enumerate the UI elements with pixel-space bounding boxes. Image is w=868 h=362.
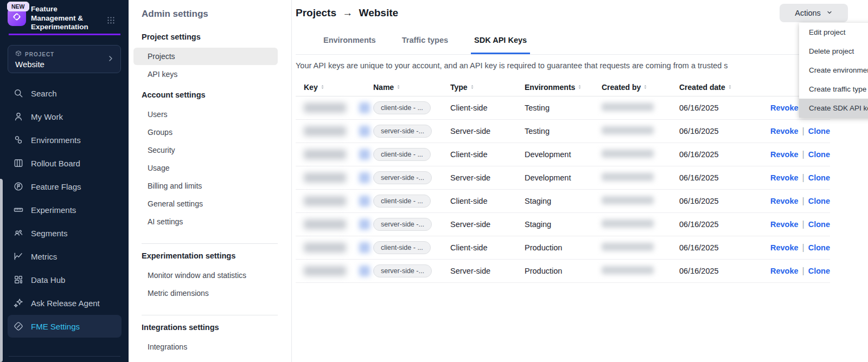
menu-item-edit-project[interactable]: Edit project [799,23,868,42]
type-cell: Server-side [450,267,525,275]
column-header-type[interactable]: Type [450,83,525,92]
tab-traffic-types[interactable]: Traffic types [399,27,451,54]
admin-item-api-keys[interactable]: API keys [142,66,278,83]
menu-item-create-environment[interactable]: Create environment [799,61,868,80]
admin-item-metric-dimensions[interactable]: Metric dimensions [142,285,278,302]
link-separator: | [802,150,805,159]
clone-link[interactable]: Clone [808,267,830,275]
table-row: client-side - ... Client-side Production… [296,236,830,260]
hexagons-icon [13,134,24,145]
breadcrumb: Projects → Website [296,7,398,19]
copy-icon[interactable] [359,196,370,206]
key-cell [296,126,373,137]
sidebar-item-search[interactable]: Search [8,82,122,105]
admin-item-monitor-window-and-statistics[interactable]: Monitor window and statistics [142,267,278,284]
name-cell: server-side -... [373,264,450,277]
type-cell: Client-side [450,197,525,205]
sidebar-item-feature-flags[interactable]: Feature Flags [8,175,122,198]
admin-item-projects[interactable]: Projects [133,48,278,65]
admin-section-title: Account settings [142,90,278,99]
admin-item-groups[interactable]: Groups [142,124,278,141]
created-date-cell: 06/16/2025 [679,127,751,135]
admin-item-billing-and-limits[interactable]: Billing and limits [142,177,278,195]
tab-label: Environments [323,36,376,44]
revoke-link[interactable]: Revoke [770,267,799,275]
sidebar-item-experiments[interactable]: Experiments [8,198,122,221]
column-header-name[interactable]: Name [373,83,450,92]
split-outline-icon [13,321,24,332]
clone-link[interactable]: Clone [808,197,830,205]
name-cell: client-side - ... [373,195,450,208]
grid-apps-icon[interactable] [106,16,116,27]
admin-item-security[interactable]: Security [142,141,278,159]
copy-icon[interactable] [359,126,370,137]
admin-section-divider [142,315,278,315]
project-selector[interactable]: PROJECT Website [8,45,121,73]
breadcrumb-parent[interactable]: Projects [296,7,336,18]
clone-link[interactable]: Clone [808,220,830,229]
key-name-pill: server-side -... [373,171,432,184]
admin-item-general-settings[interactable]: General settings [142,195,278,212]
sidebar-item-segments[interactable]: Segments [8,222,122,244]
sidebar-item-metrics[interactable]: Metrics [8,245,122,268]
environment-cell: Development [525,173,602,182]
link-separator: | [802,126,805,135]
sidebar-item-my-work[interactable]: My Work [8,105,122,128]
revoke-link[interactable]: Revoke [770,243,799,252]
column-header-key[interactable]: Key [296,83,373,92]
app-sidebar: NEW Feature Management & Experimentation [0,0,129,362]
revoke-link[interactable]: Revoke [770,220,799,229]
sidebar-item-environments[interactable]: Environments [8,128,122,151]
copy-icon[interactable] [359,172,370,183]
sidebar-item-fme-settings[interactable]: FME Settings [8,315,122,338]
sidebar-scrollbar[interactable] [0,179,3,362]
admin-item-users[interactable]: Users [142,106,278,123]
actions-button[interactable]: Actions [780,4,848,22]
name-cell: client-side - ... [373,241,450,254]
type-cell: Client-side [450,243,525,252]
squares-icon [13,274,24,285]
sidebar-item-rollout-board[interactable]: Rollout Board [8,152,122,174]
redacted-key-value [304,173,346,183]
menu-item-create-traffic-type[interactable]: Create traffic type [799,80,868,99]
tab-environments[interactable]: Environments [320,27,379,54]
clone-link[interactable]: Clone [808,173,830,182]
created-by-cell [602,196,679,206]
board-columns-icon [13,158,24,169]
copy-icon[interactable] [359,102,370,113]
sidebar-item-ask-release-agent[interactable]: Ask Release Agent [8,292,122,314]
sidebar-item-label: Search [31,89,57,98]
copy-icon[interactable] [359,219,370,230]
revoke-link[interactable]: Revoke [770,127,799,135]
admin-item-integrations[interactable]: Integrations [142,338,278,355]
revoke-link[interactable]: Revoke [770,173,799,182]
tab-sdk-api-keys[interactable]: SDK API Keys [471,27,530,54]
redacted-key-value [304,150,346,159]
copy-icon[interactable] [359,242,370,253]
main-content: Projects → Website Actions Environments … [292,0,868,362]
clone-link[interactable]: Clone [808,243,830,252]
chevron-right-icon [106,54,115,65]
sidebar-item-label: FME Settings [31,322,80,331]
admin-item-usage[interactable]: Usage [142,159,278,177]
sidebar-item-data-hub[interactable]: Data Hub [8,268,122,291]
created-by-cell [602,126,679,137]
copy-icon[interactable] [359,149,370,160]
main-header: Projects → Website Actions [296,0,830,27]
revoke-link[interactable]: Revoke [770,197,799,205]
key-cell [296,172,373,183]
column-header-created-by[interactable]: Created by [602,83,679,92]
name-cell: server-side -... [373,171,450,184]
revoke-link[interactable]: Revoke [770,150,799,159]
column-header-environments[interactable]: Environments [525,83,602,92]
menu-item-create-sdk-api-key[interactable]: Create SDK API key [799,99,868,118]
copy-icon[interactable] [359,266,370,276]
clone-link[interactable]: Clone [808,127,830,135]
revoke-link[interactable]: Revoke [770,104,799,112]
column-header-created-date[interactable]: Created date [679,83,751,92]
clone-link[interactable]: Clone [808,150,830,159]
redacted-created-by [602,103,654,111]
menu-item-delete-project[interactable]: Delete project [799,42,868,61]
admin-item-ai-settings[interactable]: AI settings [142,213,278,230]
admin-section-title: Integrations settings [142,323,278,332]
